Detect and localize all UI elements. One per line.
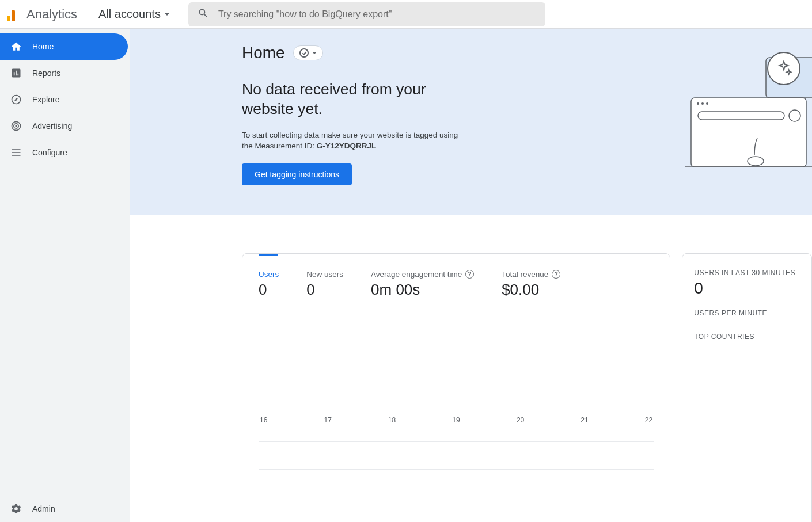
sidebar-item-admin[interactable]: Admin: [0, 496, 128, 522]
metric-label: Users: [259, 270, 279, 279]
realtime-perminute-label: USERS PER MINUTE: [694, 309, 800, 317]
search-placeholder: Try searching "how to do BigQuery export…: [218, 9, 392, 20]
cards-row: Users 0 New users 0 Average engagement t…: [242, 253, 812, 522]
metric-avg-engagement[interactable]: Average engagement time ? 0m 00s: [371, 270, 474, 299]
sidebar: Home Reports Explore Advertising Configu…: [0, 29, 130, 522]
sidebar-item-label: Admin: [32, 504, 55, 513]
active-tab-indicator: [259, 254, 278, 256]
sidebar-item-reports[interactable]: Reports: [0, 60, 128, 86]
measurement-id: G-Y12YDQRRJL: [317, 142, 377, 150]
help-icon[interactable]: ?: [465, 270, 474, 279]
realtime-card: USERS IN LAST 30 MINUTES 0 USERS PER MIN…: [682, 253, 812, 522]
metric-value: $0.00: [502, 281, 560, 299]
advertising-icon: [10, 120, 22, 132]
svg-point-6: [701, 102, 704, 105]
mini-chart-line: [694, 322, 800, 322]
sidebar-item-label: Advertising: [32, 121, 72, 131]
analytics-logo-icon: [7, 7, 21, 21]
metric-total-revenue[interactable]: Total revenue ? $0.00: [502, 270, 560, 299]
reports-icon: [10, 67, 22, 79]
chart-x-labels: 16 17 18 19 20 21 22: [259, 414, 654, 424]
account-label: All accounts: [98, 7, 161, 21]
svg-rect-4: [691, 98, 806, 167]
metrics-row: Users 0 New users 0 Average engagement t…: [259, 254, 654, 299]
hero-subtext: To start collecting data make sure your …: [242, 129, 461, 152]
realtime-last30-label: USERS IN LAST 30 MINUTES: [694, 269, 800, 277]
sidebar-item-label: Home: [32, 42, 54, 51]
chevron-down-icon: [164, 13, 170, 16]
sidebar-item-home[interactable]: Home: [0, 33, 128, 60]
sidebar-item-advertising[interactable]: Advertising: [0, 113, 128, 139]
search-icon: [198, 7, 209, 21]
account-picker[interactable]: All accounts: [98, 7, 170, 21]
metric-label: Total revenue ?: [502, 270, 560, 279]
hero-illustration: [685, 52, 812, 204]
sidebar-item-configure[interactable]: Configure: [0, 139, 128, 166]
help-icon[interactable]: ?: [552, 270, 560, 279]
sidebar-item-label: Reports: [32, 68, 60, 78]
main-content: Home No data received from your website …: [130, 29, 812, 522]
sparkle-icon: [767, 52, 800, 85]
page-title: Home: [242, 44, 285, 62]
gear-icon: [10, 503, 22, 515]
metric-value: 0: [306, 281, 343, 299]
metric-value: 0m 00s: [371, 281, 474, 299]
sidebar-item-explore[interactable]: Explore: [0, 86, 128, 113]
overview-card: Users 0 New users 0 Average engagement t…: [242, 253, 670, 522]
metric-value: 0: [259, 281, 279, 299]
explore-icon: [10, 94, 22, 105]
title-status-dropdown[interactable]: [293, 45, 323, 60]
chevron-down-icon: [312, 52, 317, 54]
metric-users[interactable]: Users 0: [259, 270, 279, 299]
divider: [88, 6, 88, 23]
metric-label: Average engagement time ?: [371, 270, 474, 279]
product-name: Analytics: [26, 7, 77, 22]
check-circle-icon: [299, 48, 309, 58]
sidebar-item-label: Explore: [32, 95, 59, 104]
metric-new-users[interactable]: New users 0: [306, 270, 343, 299]
logo-block: Analytics: [7, 7, 77, 22]
hero-heading: No data received from your website yet.: [242, 79, 472, 119]
realtime-last30-value: 0: [694, 279, 800, 298]
realtime-topcountries-label: TOP COUNTRIES: [694, 333, 800, 341]
svg-point-10: [748, 157, 764, 166]
search-input[interactable]: Try searching "how to do BigQuery export…: [188, 2, 545, 26]
metric-label: New users: [306, 270, 343, 279]
svg-point-7: [706, 102, 708, 105]
hero-banner: Home No data received from your website …: [130, 29, 812, 215]
home-icon: [10, 41, 22, 52]
svg-point-5: [697, 102, 699, 105]
get-tagging-instructions-button[interactable]: Get tagging instructions: [242, 163, 352, 185]
sidebar-item-label: Configure: [32, 148, 67, 157]
app-header: Analytics All accounts Try searching "ho…: [0, 0, 812, 29]
configure-icon: [10, 147, 22, 158]
chart-area: 16 17 18 19 20 21 22: [259, 414, 654, 522]
